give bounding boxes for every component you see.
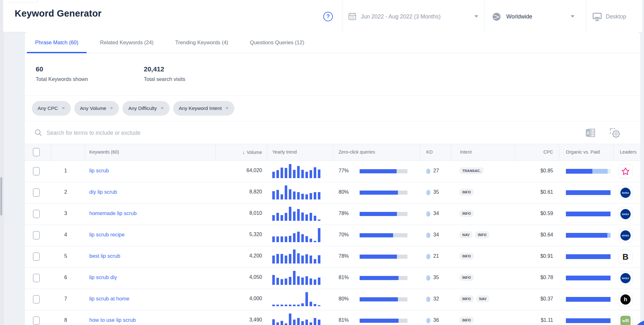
volume-value: 5,320 bbox=[216, 232, 262, 237]
row-checkbox[interactable] bbox=[33, 316, 40, 325]
scrollbar-thumb[interactable] bbox=[0, 177, 2, 215]
organic-vs-paid-bar bbox=[566, 190, 611, 195]
table-body: 1 lip scrub 64,020 77% 27 TRANSAC. $0.85… bbox=[25, 161, 640, 325]
divider bbox=[333, 144, 333, 161]
trend-bar bbox=[276, 278, 279, 285]
row-checkbox[interactable] bbox=[33, 188, 40, 197]
divider bbox=[6, 3, 38, 3]
row-checkbox[interactable] bbox=[33, 295, 40, 304]
keyword-link[interactable]: lip scrub at home bbox=[89, 296, 129, 302]
trend-bar bbox=[314, 279, 316, 285]
chevron-down-icon bbox=[571, 15, 574, 18]
intent-badges: INFO bbox=[459, 189, 474, 196]
tab-related-keywords[interactable]: Related Keywords (24) bbox=[92, 32, 162, 53]
col-header-keywords[interactable]: Keywords (60) bbox=[89, 149, 119, 155]
filter-keyword-intent[interactable]: Any Keyword Intent bbox=[173, 101, 234, 116]
zero-click-bar bbox=[360, 319, 407, 323]
col-header-leaders[interactable]: Leaders bbox=[620, 149, 636, 155]
trend-chart bbox=[272, 313, 323, 325]
search-input[interactable] bbox=[46, 127, 430, 139]
col-header-intent[interactable]: Intent bbox=[460, 149, 472, 155]
nivea-logo: NIVEA bbox=[620, 273, 631, 283]
leader-logo[interactable]: NIVEA bbox=[618, 271, 633, 285]
organic-bar bbox=[566, 233, 607, 238]
tab-phrase-match[interactable]: Phrase Match (60) bbox=[27, 32, 87, 53]
stat-value: 20,412 bbox=[144, 65, 185, 73]
zero-click-bar bbox=[360, 191, 407, 195]
leader-logo[interactable] bbox=[618, 164, 633, 178]
filter-cpc[interactable]: Any CPC bbox=[32, 101, 71, 116]
tab-questions-queries[interactable]: Questions Queries (12) bbox=[242, 32, 313, 53]
col-header-volume[interactable]: ↓Volume bbox=[216, 149, 262, 155]
zero-click-percent: 81% bbox=[339, 317, 349, 323]
help-icon[interactable]: ? bbox=[323, 12, 333, 21]
filter-difficulty[interactable]: Any Difficulty bbox=[122, 101, 169, 116]
kd-value: 34 bbox=[433, 211, 439, 216]
intent-badges: NAVINFO bbox=[459, 231, 489, 238]
cpc-value: $0.85 bbox=[515, 168, 553, 174]
region-selector[interactable]: Worldwide bbox=[506, 13, 532, 20]
leader-logo[interactable]: NIVEA bbox=[618, 186, 633, 200]
cpc-value: $0.78 bbox=[515, 275, 553, 280]
leader-logo[interactable]: B bbox=[618, 250, 633, 264]
kd-value: 21 bbox=[433, 253, 439, 259]
select-all-checkbox[interactable] bbox=[33, 148, 40, 156]
divider bbox=[38, 0, 38, 3]
zero-click-bar-fill bbox=[360, 233, 393, 237]
keyword-link[interactable]: how to use lip scrub bbox=[89, 317, 136, 323]
table-settings-icon[interactable] bbox=[610, 128, 621, 139]
col-header-organic-vs-paid[interactable]: Organic vs. Paid bbox=[566, 149, 600, 155]
device-selector[interactable]: Desktop bbox=[606, 13, 626, 20]
zero-click-bar bbox=[360, 169, 407, 173]
trend-bar bbox=[301, 170, 304, 178]
trend-bar bbox=[305, 254, 308, 264]
row-checkbox[interactable] bbox=[33, 210, 40, 218]
keyword-link[interactable]: lip scrub diy bbox=[89, 274, 117, 280]
date-range-selector[interactable]: Jun 2022 - Aug 2022 (3 Months) bbox=[361, 13, 441, 20]
keyword-link[interactable]: lip scrub bbox=[89, 168, 109, 174]
keyword-link[interactable]: lip scrub recipe bbox=[89, 232, 125, 238]
trend-bar bbox=[297, 253, 300, 264]
volume-value: 8,010 bbox=[216, 210, 262, 216]
keyword-link[interactable]: best lip scrub bbox=[89, 253, 120, 259]
cpc-value: $0.64 bbox=[515, 232, 553, 238]
intent-badges: INFO bbox=[459, 210, 474, 217]
keyword-link[interactable]: diy lip scrub bbox=[89, 189, 117, 195]
organic-vs-paid-bar bbox=[566, 233, 611, 238]
trend-bar bbox=[281, 194, 283, 199]
trend-chart bbox=[272, 163, 323, 178]
leader-logo[interactable]: wH bbox=[618, 314, 633, 325]
row-checkbox[interactable] bbox=[33, 252, 40, 261]
leader-logo[interactable]: NIVEA bbox=[618, 228, 633, 242]
zero-click-percent: 77% bbox=[339, 168, 349, 174]
volume-value: 8,820 bbox=[216, 189, 262, 195]
leader-logo[interactable]: h bbox=[618, 292, 633, 307]
row-checkbox[interactable] bbox=[33, 231, 40, 240]
intent-badge: NAV bbox=[476, 295, 489, 302]
excel-export-icon[interactable]: X bbox=[585, 128, 596, 138]
leader-logo[interactable]: NIVEA bbox=[618, 207, 633, 221]
row-number: 8 bbox=[62, 317, 69, 323]
filter-volume[interactable]: Any Volume bbox=[74, 101, 119, 116]
intent-badge: NAV bbox=[459, 231, 472, 238]
trend-bar bbox=[285, 323, 287, 325]
trend-bar bbox=[318, 255, 320, 264]
col-header-cpc[interactable]: CPC bbox=[515, 149, 553, 155]
top-header-bar: Keyword Generator ? Jun 2022 - Aug 2022 … bbox=[3, 0, 642, 32]
col-header-zero-click[interactable]: Zero-click queries bbox=[339, 149, 375, 155]
row-checkbox[interactable] bbox=[33, 167, 40, 176]
col-header-yearly-trend[interactable]: Yearly trend bbox=[272, 149, 297, 155]
tab-trending-keywords[interactable]: Trending Keywords (4) bbox=[167, 32, 237, 53]
organic-bar bbox=[566, 254, 611, 259]
nivea-logo: NIVEA bbox=[620, 209, 631, 219]
row-checkbox[interactable] bbox=[33, 274, 40, 282]
divider bbox=[51, 144, 51, 161]
trend-bar bbox=[297, 166, 300, 178]
intent-badge: INFO bbox=[459, 295, 474, 302]
trend-bar bbox=[293, 249, 296, 264]
trend-bar bbox=[301, 194, 304, 199]
trend-bar bbox=[318, 305, 320, 306]
zero-click-bar bbox=[360, 297, 407, 301]
col-header-kd[interactable]: KD bbox=[426, 149, 433, 155]
keyword-link[interactable]: homemade lip scrub bbox=[89, 210, 137, 216]
